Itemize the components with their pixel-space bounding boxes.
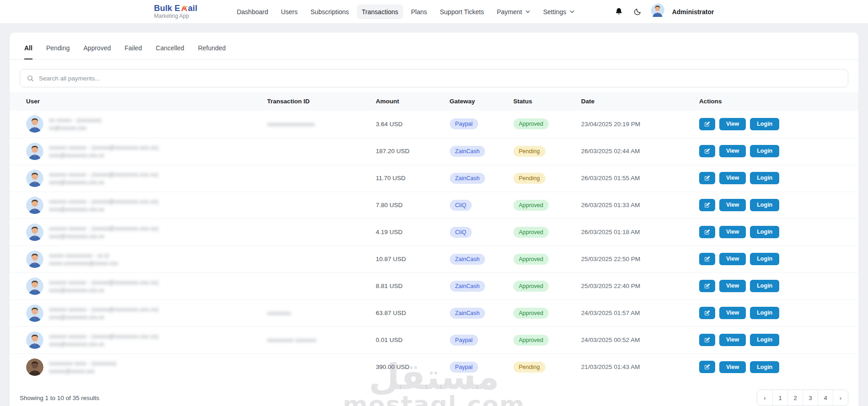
view-button[interactable]: View <box>719 118 746 130</box>
username-label: Administrator <box>672 8 714 16</box>
nav-item-label: Transactions <box>362 8 399 16</box>
user-name-redacted: xxxxxxxx xxxx - (xxxxxxx) <box>49 360 116 367</box>
edit-icon <box>704 175 710 181</box>
view-button[interactable]: View <box>719 280 746 292</box>
nav-item-dashboard[interactable]: Dashboard <box>232 5 273 19</box>
login-button[interactable]: Login <box>750 334 779 346</box>
results-summary: Showing 1 to 10 of 35 results <box>20 395 99 401</box>
pagination-next[interactable]: › <box>833 390 848 406</box>
login-button[interactable]: Login <box>750 199 779 211</box>
logo-subtitle: Marketing App <box>154 13 198 19</box>
status-badge: Approved <box>513 281 549 292</box>
transaction-id-redacted: xxxxxxxxxxxxxxxx <box>267 121 315 128</box>
transactions-table: User Transaction ID Amount Gateway Statu… <box>10 92 858 380</box>
notifications-bell-icon[interactable] <box>614 7 624 17</box>
login-button[interactable]: Login <box>750 361 779 374</box>
user-name-redacted: xxxxxx xxxxxx - (xxxxx@xxxxxxxx.xxx.xx) <box>49 279 158 286</box>
nav-item-plans[interactable]: Plans <box>406 5 432 19</box>
tab-approved[interactable]: Approved <box>83 44 111 59</box>
app-logo[interactable]: Bulk Eail Marketing App <box>154 4 198 19</box>
dark-mode-moon-icon[interactable] <box>632 7 642 17</box>
edit-button[interactable] <box>699 307 715 319</box>
view-button[interactable]: View <box>719 145 746 157</box>
user-name-redacted: xxxxxx xxxxxx - (xxxxx@xxxxxxxx.xxx.xx) <box>49 333 158 340</box>
transaction-row: xxxxxx xxxxxx - (xxxxx@xxxxxxxx.xxx.xx) … <box>10 138 858 165</box>
login-button[interactable]: Login <box>750 118 779 130</box>
nav-item-label: Dashboard <box>237 8 268 16</box>
tab-all[interactable]: All <box>24 44 32 59</box>
gateway-badge: Paypal <box>450 335 478 346</box>
edit-button[interactable] <box>699 280 715 292</box>
pagination-prev[interactable]: ‹ <box>757 390 772 406</box>
tab-pending[interactable]: Pending <box>46 44 70 59</box>
pagination-page-2[interactable]: 2 <box>787 390 803 406</box>
user-avatar <box>26 251 43 268</box>
status-badge: Pending <box>513 173 545 184</box>
edit-button[interactable] <box>699 199 715 211</box>
edit-button[interactable] <box>699 145 715 157</box>
nav-item-payment[interactable]: Payment <box>492 5 535 19</box>
date-value: 26/03/2025 01:55 AM <box>577 165 695 192</box>
login-button[interactable]: Login <box>750 226 779 238</box>
view-button[interactable]: View <box>719 307 746 319</box>
edit-button[interactable] <box>699 226 715 238</box>
status-badge: Pending <box>513 362 545 373</box>
view-button[interactable]: View <box>719 253 746 265</box>
logo-m-icon <box>181 5 188 12</box>
user-email-redacted: xx@xxxxxx.xxx <box>49 125 102 131</box>
date-value: 25/03/2025 22:50 PM <box>577 246 695 272</box>
edit-button[interactable] <box>699 172 715 184</box>
view-button[interactable]: View <box>719 334 746 346</box>
transaction-id-redacted: xxxxxxxx <box>267 310 291 316</box>
view-button[interactable]: View <box>719 199 746 211</box>
edit-button[interactable] <box>699 361 715 373</box>
edit-button[interactable] <box>699 253 715 265</box>
login-button[interactable]: Login <box>750 145 779 157</box>
login-button[interactable]: Login <box>750 253 779 265</box>
amount-value: 11.70 USD <box>371 165 445 192</box>
edit-button[interactable] <box>699 334 715 346</box>
pagination-page-1[interactable]: 1 <box>772 390 787 406</box>
pagination-page-4[interactable]: 4 <box>818 390 833 406</box>
edit-button[interactable] <box>699 118 715 130</box>
status-badge: Pending <box>513 146 545 157</box>
gateway-badge: Paypal <box>450 362 478 373</box>
table-footer: Showing 1 to 10 of 35 results ‹1234› <box>10 380 858 406</box>
tab-refunded[interactable]: Refunded <box>198 44 226 59</box>
nav-item-transactions[interactable]: Transactions <box>357 5 404 19</box>
user-name-redacted: xxxxxx xxxxxx - (xxxxx@xxxxxxxx.xxx.xx) <box>49 225 158 232</box>
gateway-badge: Paypal <box>450 118 478 129</box>
transaction-row: xxxxxx xxxxxx - (xxxxx@xxxxxxxx.xxx.xx) … <box>10 299 858 326</box>
login-button[interactable]: Login <box>750 172 779 184</box>
nav-item-settings[interactable]: Settings <box>538 5 580 19</box>
nav-item-subscriptions[interactable]: Subscriptions <box>306 5 354 19</box>
user-email-redacted: xxxx@xxxxxxxx.xxx.xx <box>49 152 158 159</box>
nav-item-support-tickets[interactable]: Support Tickets <box>435 5 489 19</box>
status-badge: Approved <box>513 227 549 238</box>
view-button[interactable]: View <box>719 361 746 374</box>
edit-icon <box>704 148 710 154</box>
transactions-tbody: xx xxxxx - (xxxxxxx) xx@xxxxxx.xxx xxxxx… <box>10 111 858 380</box>
login-button[interactable]: Login <box>750 307 779 319</box>
search-input[interactable] <box>39 75 841 82</box>
login-button[interactable]: Login <box>750 280 779 292</box>
user-email-redacted: xxxx@xxxxxxxx.xxx.xx <box>49 341 158 347</box>
transaction-row: xx xxxxx - (xxxxxxx) xx@xxxxxx.xxx xxxxx… <box>10 111 858 138</box>
transactions-card: AllPendingApprovedFailedCancelledRefunde… <box>9 32 859 406</box>
chevron-down-icon <box>570 9 575 14</box>
tab-failed[interactable]: Failed <box>124 44 142 59</box>
pagination-page-3[interactable]: 3 <box>803 390 818 406</box>
date-value: 26/03/2025 01:18 AM <box>577 219 695 246</box>
search-box[interactable] <box>20 69 848 87</box>
view-button[interactable]: View <box>719 172 746 184</box>
col-header-amount: Amount <box>371 92 445 111</box>
edit-icon <box>704 283 710 289</box>
view-button[interactable]: View <box>719 226 746 238</box>
gateway-badge: ZainCash <box>450 281 485 292</box>
nav-item-label: Plans <box>411 8 427 16</box>
nav-item-users[interactable]: Users <box>276 5 303 19</box>
edit-icon <box>704 256 710 262</box>
user-menu[interactable]: Administrator <box>651 3 714 21</box>
tab-cancelled[interactable]: Cancelled <box>156 44 184 59</box>
status-badge: Approved <box>513 254 549 265</box>
